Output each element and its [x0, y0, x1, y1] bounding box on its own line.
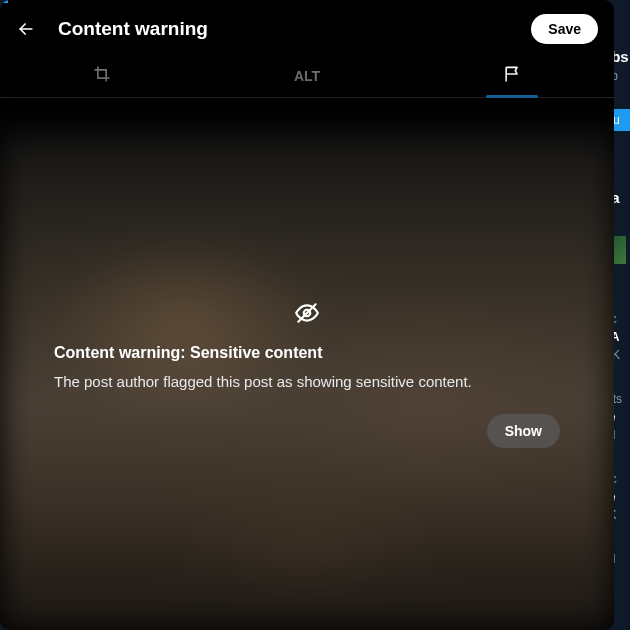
tab-flag[interactable]	[409, 54, 614, 97]
hidden-eye-icon	[294, 300, 320, 326]
flag-icon	[502, 64, 522, 87]
alt-label: ALT	[294, 68, 320, 84]
show-button[interactable]: Show	[487, 414, 560, 448]
warning-description: The post author flagged this post as sho…	[54, 372, 560, 392]
back-arrow-icon[interactable]	[16, 19, 36, 39]
modal-header: Content warning Save	[0, 0, 614, 54]
tab-crop[interactable]	[0, 54, 205, 97]
tab-bar: ALT	[0, 54, 614, 98]
modal-title: Content warning	[58, 18, 509, 40]
tab-alt[interactable]: ALT	[205, 54, 410, 97]
crop-icon	[92, 64, 112, 87]
warning-overlay: Content warning: Sensitive content The p…	[0, 300, 614, 448]
image-preview-area: Content warning: Sensitive content The p…	[0, 98, 614, 630]
save-button[interactable]: Save	[531, 14, 598, 44]
content-warning-modal: Content warning Save ALT	[0, 0, 614, 630]
warning-title: Content warning: Sensitive content	[54, 344, 560, 362]
